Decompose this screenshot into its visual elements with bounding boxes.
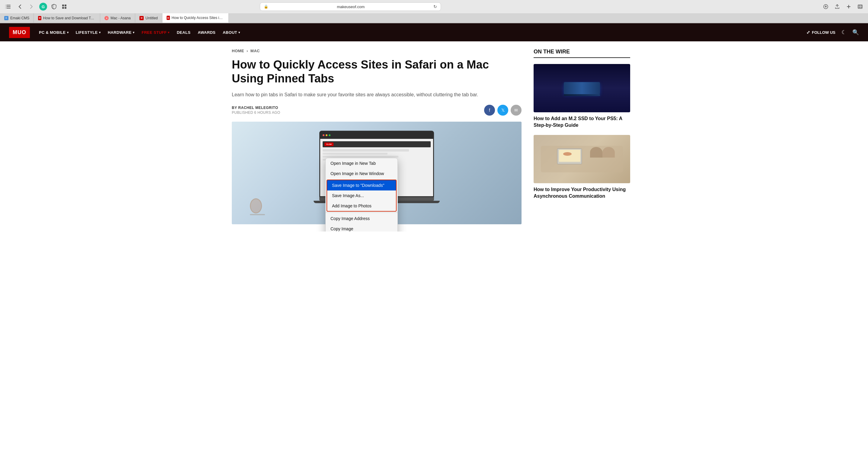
- tab-emaki[interactable]: E Emaki CMS: [0, 13, 34, 23]
- svg-rect-12: [859, 7, 860, 8]
- nav-awards[interactable]: AWARDS: [198, 30, 216, 35]
- context-menu-save-group: Save Image to "Downloads" Save Image As.…: [327, 180, 397, 212]
- chevron-down-icon: ▾: [239, 31, 240, 34]
- browser-toolbar: G 🔒 makeuseof.com ↻: [0, 0, 868, 13]
- social-share-buttons: f 𝕏 ✉: [484, 105, 522, 116]
- twitter-share-button[interactable]: 𝕏: [497, 105, 508, 116]
- chevron-down-icon: ▾: [133, 31, 134, 34]
- muo-favicon-3: M: [166, 16, 170, 20]
- forward-button[interactable]: [27, 2, 36, 11]
- article-meta: BY RACHEL MELEGRITO PUBLISHED 6 HOURS AG…: [232, 105, 522, 116]
- grammarly-icon[interactable]: G: [39, 3, 47, 10]
- breadcrumb-section[interactable]: MAC: [250, 49, 260, 53]
- context-menu: Open Image in New Tab Open Image in New …: [326, 158, 398, 232]
- dot-green: [329, 134, 331, 136]
- browser-chrome: G 🔒 makeuseof.com ↻: [0, 0, 868, 23]
- email-share-button[interactable]: ✉: [511, 105, 522, 116]
- extensions-icon[interactable]: [61, 3, 68, 10]
- tab-asana[interactable]: ● Mac - Asana: [100, 13, 135, 23]
- svg-rect-11: [861, 5, 862, 6]
- chevron-down-icon: ▾: [168, 31, 169, 34]
- context-copy-address[interactable]: Copy Image Address: [326, 213, 398, 224]
- nav-free-stuff[interactable]: FREE STUFF ▾: [142, 30, 169, 35]
- facebook-share-button[interactable]: f: [484, 105, 495, 116]
- dot-red: [322, 134, 324, 136]
- new-tab-button[interactable]: [844, 2, 853, 11]
- svg-rect-10: [859, 5, 860, 6]
- svg-rect-7: [65, 7, 66, 9]
- sidebar-article-image-ssd[interactable]: [534, 64, 630, 112]
- svg-rect-4: [62, 4, 64, 6]
- laptop-browser-bar: [320, 131, 433, 139]
- tab-safari-article[interactable]: M How to Quickly Access Sites in Safari …: [162, 13, 229, 23]
- asana-favicon: ●: [104, 16, 108, 20]
- context-copy-image[interactable]: Copy Image: [326, 224, 398, 232]
- author-name-text[interactable]: RACHEL MELEGRITO: [238, 105, 278, 110]
- tab-label-untitled: Untitled: [146, 16, 158, 20]
- sidebar: ON THE WIRE How to Add an M.2 SSD to You…: [534, 49, 630, 224]
- nav-controls: [16, 2, 36, 11]
- main-content: HOME › MAC How to Quickly Access Sites i…: [232, 49, 522, 224]
- muo-favicon-2: M: [140, 16, 144, 20]
- search-button[interactable]: 🔍: [852, 29, 859, 36]
- share-button[interactable]: [833, 2, 841, 11]
- chevron-down-icon: ▾: [67, 31, 68, 34]
- tab-label-asana: Mac - Asana: [111, 16, 131, 20]
- article-title: How to Quickly Access Sites in Safari on…: [232, 58, 522, 85]
- breadcrumb: HOME › MAC: [232, 49, 522, 53]
- context-save-as[interactable]: Save Image As...: [327, 190, 396, 201]
- svg-rect-9: [858, 5, 862, 8]
- nav-lifestyle[interactable]: LIFESTYLE ▾: [76, 30, 100, 35]
- browser-tabs: E Emaki CMS M How to Save and Download T…: [0, 13, 868, 23]
- nav-hardware[interactable]: HARDWARE ▾: [108, 30, 134, 35]
- muo-favicon-1: M: [38, 16, 41, 20]
- chevron-down-icon: ▾: [99, 31, 100, 34]
- sidebar-title: ON THE WIRE: [534, 49, 630, 58]
- address-text: makeuseof.com: [271, 4, 431, 9]
- main-nav: PC & MOBILE ▾ LIFESTYLE ▾ HARDWARE ▾ FRE…: [39, 30, 806, 35]
- context-open-new-tab[interactable]: Open Image in New Tab: [326, 158, 398, 169]
- reload-button[interactable]: ↻: [433, 4, 437, 9]
- sidebar-toggle-button[interactable]: [4, 2, 12, 11]
- sidebar-article-ps5-ssd: How to Add an M.2 SSD to Your PS5: A Ste…: [534, 64, 630, 129]
- svg-rect-3: [5, 5, 7, 8]
- nav-deals[interactable]: DEALS: [177, 30, 191, 35]
- tab-overview-button[interactable]: [856, 2, 864, 11]
- breadcrumb-separator: ›: [247, 49, 248, 53]
- featured-image-container: FLOW: [232, 122, 522, 224]
- site-header: MUO PC & MOBILE ▾ LIFESTYLE ▾ HARDWARE ▾…: [0, 23, 868, 41]
- context-open-new-window[interactable]: Open Image in New Window: [326, 169, 398, 179]
- browser-actions: [822, 2, 864, 11]
- sidebar-article-productivity: How to Improve Your Productivity Using A…: [534, 135, 630, 200]
- dot-yellow: [326, 134, 328, 136]
- ssd-visual: [564, 82, 600, 94]
- article-subtitle: Learn how to pin tabs in Safari to make …: [232, 91, 522, 99]
- downloads-button[interactable]: [822, 2, 830, 11]
- site-logo[interactable]: MUO: [9, 27, 30, 38]
- published-date: PUBLISHED 6 HOURS AGO: [232, 111, 280, 115]
- tab-save-download[interactable]: M How to Save and Download Text, Images,…: [34, 13, 100, 23]
- shield-icon[interactable]: [51, 3, 57, 10]
- tab-label-safari-article: How to Quickly Access Sites in Safari on…: [172, 16, 224, 20]
- address-bar[interactable]: 🔒 makeuseof.com ↻: [260, 2, 441, 11]
- share-network-icon: ⤢: [806, 30, 810, 35]
- nav-about[interactable]: ABOUT ▾: [223, 30, 240, 35]
- context-add-photos[interactable]: Add Image to Photos: [327, 201, 396, 211]
- nav-pc-mobile[interactable]: PC & MOBILE ▾: [39, 30, 68, 35]
- tab-label-save-download: How to Save and Download Text, Images,..…: [43, 16, 96, 20]
- content-wrapper: HOME › MAC How to Quickly Access Sites i…: [223, 41, 645, 232]
- tab-label-emaki: Emaki CMS: [10, 16, 29, 20]
- svg-rect-13: [861, 7, 862, 8]
- dark-mode-toggle[interactable]: ☾: [841, 29, 846, 36]
- back-button[interactable]: [16, 2, 24, 11]
- sidebar-article-title-ssd[interactable]: How to Add an M.2 SSD to Your PS5: A Ste…: [534, 115, 630, 129]
- breadcrumb-home[interactable]: HOME: [232, 49, 244, 53]
- follow-us-button[interactable]: ⤢ FOLLOW US: [806, 30, 835, 35]
- sidebar-article-image-meeting[interactable]: [534, 135, 630, 183]
- context-save-downloads[interactable]: Save Image to "Downloads": [327, 180, 396, 190]
- tab-untitled[interactable]: M Untitled: [135, 13, 162, 23]
- laptop-site-header: FLOW: [322, 141, 431, 147]
- sidebar-article-title-productivity[interactable]: How to Improve Your Productivity Using A…: [534, 186, 630, 200]
- author-name: BY RACHEL MELEGRITO: [232, 105, 280, 110]
- author-info: BY RACHEL MELEGRITO PUBLISHED 6 HOURS AG…: [232, 105, 280, 115]
